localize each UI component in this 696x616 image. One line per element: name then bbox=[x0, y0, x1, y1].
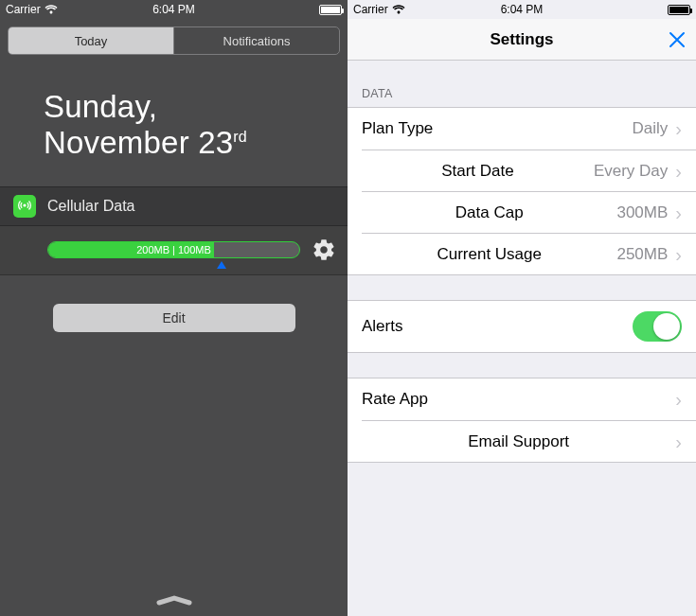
cell-value: Every Day bbox=[594, 162, 668, 181]
cell-email-support[interactable]: Email Support › bbox=[362, 420, 696, 462]
grabber-handle[interactable] bbox=[0, 595, 348, 607]
navbar: Settings bbox=[348, 19, 696, 61]
cell-value: 300MB bbox=[616, 203, 668, 222]
chevron-right-icon: › bbox=[675, 203, 682, 222]
today-notifications-segmented[interactable]: Today Notifications bbox=[8, 26, 340, 55]
cell-label: Email Support bbox=[468, 432, 569, 451]
cell-label: Plan Type bbox=[362, 119, 433, 138]
app-icon bbox=[13, 195, 36, 218]
section-header-data: DATA bbox=[348, 61, 696, 107]
page-title: Settings bbox=[490, 30, 553, 49]
cell-label: Alerts bbox=[362, 317, 402, 336]
cell-current-usage[interactable]: Current Usage 250MB› bbox=[362, 233, 696, 274]
status-time: 6:04 PM bbox=[348, 3, 696, 16]
widget-title: Cellular Data bbox=[47, 198, 134, 215]
support-group: Rate App › Email Support › bbox=[348, 378, 696, 463]
edit-button[interactable]: Edit bbox=[53, 304, 295, 332]
cell-value: 250MB bbox=[616, 245, 668, 264]
data-settings-group: Plan Type Daily› Start Date Every Day› D… bbox=[348, 107, 696, 275]
widget-body: 200MB | 100MB bbox=[0, 226, 348, 275]
cell-start-date[interactable]: Start Date Every Day› bbox=[362, 150, 696, 191]
date-line2: November 23 bbox=[44, 125, 233, 160]
usage-marker-icon bbox=[217, 261, 226, 269]
settings-pane: Carrier 6:04 PM Settings DATA Plan Type … bbox=[348, 0, 696, 616]
date-line1: Sunday, bbox=[44, 89, 348, 125]
tab-notifications[interactable]: Notifications bbox=[173, 27, 339, 54]
cell-label: Rate App bbox=[362, 390, 428, 409]
battery-icon bbox=[668, 5, 690, 15]
cell-label: Start Date bbox=[441, 162, 514, 181]
svg-point-0 bbox=[23, 203, 26, 206]
status-time: 6:04 PM bbox=[0, 3, 348, 16]
tab-today[interactable]: Today bbox=[9, 27, 173, 54]
cell-alerts: Alerts bbox=[348, 301, 696, 352]
status-bar: Carrier 6:04 PM bbox=[348, 0, 696, 19]
chevron-right-icon: › bbox=[675, 432, 682, 451]
status-bar: Carrier 6:04 PM bbox=[0, 0, 348, 19]
cell-value: Daily bbox=[633, 119, 669, 138]
notification-center-pane: Carrier 6:04 PM Today Notifications Sund… bbox=[0, 0, 348, 616]
alerts-group: Alerts bbox=[348, 300, 696, 353]
today-date: Sunday, November 23rd bbox=[0, 55, 348, 186]
close-icon bbox=[668, 30, 687, 49]
widget-header: Cellular Data bbox=[0, 186, 348, 226]
date-ordinal: rd bbox=[233, 129, 247, 145]
data-usage-bar: 200MB | 100MB bbox=[47, 241, 300, 258]
gear-icon[interactable] bbox=[312, 238, 336, 262]
cell-label: Current Usage bbox=[437, 245, 542, 264]
chevron-right-icon: › bbox=[675, 162, 682, 181]
cell-rate-app[interactable]: Rate App › bbox=[348, 378, 696, 420]
chevron-right-icon: › bbox=[675, 245, 682, 264]
cell-plan-type[interactable]: Plan Type Daily› bbox=[348, 108, 696, 150]
battery-icon bbox=[319, 5, 342, 15]
cell-data-cap[interactable]: Data Cap 300MB› bbox=[362, 191, 696, 233]
alerts-toggle[interactable] bbox=[633, 311, 682, 342]
cell-label: Data Cap bbox=[455, 203, 524, 222]
chevron-right-icon: › bbox=[675, 390, 682, 409]
close-button[interactable] bbox=[668, 19, 687, 60]
chevron-right-icon: › bbox=[675, 119, 682, 138]
data-usage-text: 200MB | 100MB bbox=[48, 244, 299, 255]
